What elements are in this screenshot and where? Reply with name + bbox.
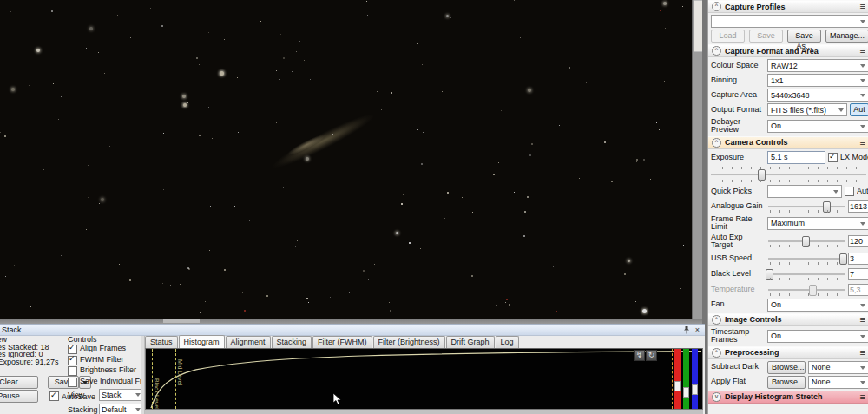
pause-button[interactable]: Pause	[0, 390, 38, 403]
lightning-icon[interactable]: ↯	[634, 350, 645, 361]
colour-space-select[interactable]: RAW12	[767, 59, 868, 72]
output-format-select[interactable]: FITS files (*.fits)	[767, 103, 847, 116]
section-image-controls[interactable]: ^ Image Controls ≡	[708, 313, 868, 326]
timestamp-frames-select[interactable]: On	[767, 330, 868, 343]
subtract-dark-browse-button[interactable]: Browse...	[767, 361, 806, 374]
blue-channel-handle[interactable]	[692, 384, 698, 395]
menu-icon[interactable]: ≡	[860, 315, 865, 325]
pin-icon[interactable]	[681, 325, 692, 334]
section-camera-controls[interactable]: ^ Camera Controls ≡	[708, 136, 868, 149]
quick-picks-select[interactable]	[767, 185, 842, 198]
apply-flat-select[interactable]: None	[808, 376, 868, 389]
tab-filter-fwhm[interactable]: Filter (FWHM)	[312, 336, 372, 348]
star	[444, 218, 445, 219]
usb-speed-value[interactable]: 3	[848, 253, 868, 265]
save-profile-button[interactable]: Save	[749, 30, 783, 43]
apply-flat-browse-button[interactable]: Browse...	[767, 376, 806, 389]
auto-exp-value[interactable]: 120	[848, 235, 868, 247]
collapse-icon[interactable]: v	[712, 392, 721, 402]
save-as-button[interactable]: Save As...	[787, 30, 821, 43]
tab-filter-brightness[interactable]: Filter (Brightness)	[373, 336, 445, 348]
manage-button[interactable]: Manage...	[825, 30, 868, 43]
lx-mode-checkbox[interactable]	[828, 153, 838, 162]
star	[170, 285, 171, 286]
view-select[interactable]: Stack	[99, 389, 141, 401]
checkbox[interactable]	[68, 366, 77, 376]
star	[99, 203, 100, 204]
tab-histogram[interactable]: Histogram	[179, 335, 225, 348]
collapse-icon[interactable]: ^	[712, 315, 721, 325]
star	[119, 264, 120, 265]
tab-status[interactable]: Status	[145, 336, 178, 348]
stack-window: Stack × Preview Frames Stacked: 18 Frame…	[0, 324, 705, 414]
collapse-icon[interactable]: ^	[712, 46, 721, 56]
frame-rate-select[interactable]: Maximum	[767, 217, 868, 230]
black-level-line[interactable]	[152, 349, 153, 409]
tab-alignment[interactable]: Alignment	[226, 336, 271, 348]
menu-icon[interactable]: ≡	[860, 46, 865, 56]
green-channel-bar[interactable]	[683, 349, 689, 409]
star	[109, 146, 110, 147]
close-icon[interactable]: ×	[692, 325, 703, 334]
tab-stacking[interactable]: Stacking	[272, 336, 312, 348]
menu-icon[interactable]: ≡	[860, 348, 865, 358]
horizontal-scrollbar-thumb[interactable]	[163, 319, 200, 323]
stack-option-align-frames[interactable]: Align Frames	[68, 345, 141, 354]
clear-button[interactable]: Clear	[0, 376, 38, 389]
collapse-icon[interactable]: ^	[712, 348, 721, 358]
section-display-histogram-stretch[interactable]: v Display Histogram Stretch ≡	[708, 391, 868, 404]
section-preprocessing[interactable]: ^ Preprocessing ≡	[708, 346, 868, 359]
collapse-icon[interactable]: ^	[712, 138, 721, 148]
load-profile-button[interactable]: Load	[711, 30, 745, 43]
star	[462, 197, 463, 198]
star	[501, 110, 502, 111]
analogue-gain-value[interactable]: 1613	[848, 200, 868, 213]
autosave-checkbox[interactable]	[49, 391, 59, 401]
mid-level-line[interactable]	[175, 349, 176, 409]
fan-select[interactable]: On	[767, 299, 868, 312]
refresh-icon[interactable]: ↻	[646, 350, 657, 361]
star	[104, 73, 105, 74]
stack-option-save-individual-frames[interactable]: Save Individual Frames	[68, 378, 141, 387]
menu-icon[interactable]: ≡	[860, 138, 865, 148]
auto-checkbox[interactable]	[845, 187, 854, 196]
capture-area-select[interactable]: 5440x3648	[767, 89, 868, 102]
usb-speed-slider[interactable]	[767, 252, 845, 266]
collapse-icon[interactable]: ^	[712, 2, 721, 11]
display-blackpoint-line[interactable]	[148, 349, 148, 409]
output-auto-button[interactable]: Aut	[850, 103, 868, 116]
stacking-select[interactable]: Default	[99, 404, 141, 414]
blue-channel-bar[interactable]	[692, 349, 698, 409]
exposure-input[interactable]: 5.1 s	[767, 151, 825, 164]
red-channel-handle[interactable]	[674, 381, 681, 391]
binning-select[interactable]: 1x1	[767, 74, 868, 87]
tab-drift-graph[interactable]: Drift Graph	[446, 336, 495, 348]
checkbox[interactable]	[68, 345, 77, 354]
subtract-dark-select[interactable]: None	[808, 361, 868, 374]
checkbox[interactable]	[68, 378, 77, 387]
tab-log[interactable]: Log	[496, 336, 519, 348]
star	[531, 143, 533, 145]
debayer-preview-select[interactable]: On	[767, 120, 868, 133]
temperature-value: 5,3	[848, 284, 868, 296]
black-level-value[interactable]: 7	[848, 268, 868, 280]
checkbox-label: Align Frames	[80, 345, 126, 352]
profile-select[interactable]	[711, 15, 868, 28]
stack-option-fwhm-filter[interactable]: FWHM Filter	[68, 356, 141, 365]
section-capture-profiles[interactable]: ^ Capture Profiles ≡	[708, 0, 868, 13]
stack-option-brightness-filter[interactable]: Brightness Filter	[68, 366, 141, 376]
forty-percent-line[interactable]	[672, 349, 673, 409]
checkbox[interactable]	[68, 356, 77, 365]
auto-exp-slider[interactable]	[767, 234, 845, 248]
menu-icon[interactable]: ≡	[860, 392, 865, 402]
section-capture-format[interactable]: ^ Capture Format and Area ≡	[708, 44, 868, 57]
star	[180, 284, 181, 285]
star	[682, 6, 683, 7]
red-channel-bar[interactable]	[674, 349, 681, 409]
black-level-slider[interactable]	[767, 267, 845, 281]
menu-icon[interactable]: ≡	[860, 2, 865, 11]
green-channel-handle[interactable]	[683, 387, 689, 398]
analogue-gain-slider[interactable]	[767, 200, 845, 214]
preview-label: Preview	[0, 336, 75, 343]
exposure-slider[interactable]	[710, 166, 867, 183]
